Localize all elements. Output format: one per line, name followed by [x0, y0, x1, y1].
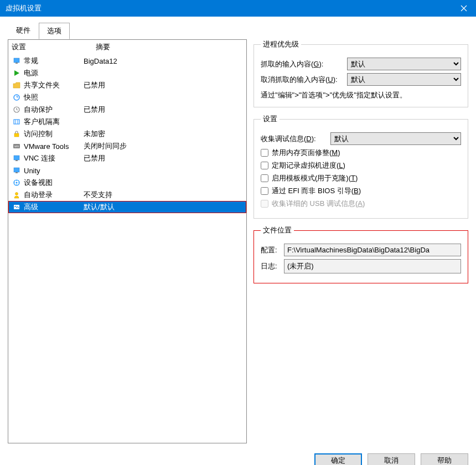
list-row[interactable]: 自动登录不受支持 [8, 189, 246, 201]
row-label: VMware Tools [24, 142, 69, 151]
ok-button[interactable]: 确定 [314, 453, 362, 465]
row-summary: 关闭时间同步 [84, 141, 243, 151]
header-summary: 摘要 [96, 42, 243, 52]
row-label: 自动登录 [24, 190, 53, 200]
header-setting: 设置 [12, 42, 96, 52]
svg-rect-5 [14, 133, 19, 137]
svg-rect-1 [15, 63, 18, 64]
select-grabbed[interactable]: 默认 [347, 58, 461, 70]
list-row[interactable]: 自动保护已禁用 [8, 104, 246, 116]
window-title: 虚拟机设置 [6, 3, 42, 13]
monitor-icon [12, 166, 22, 175]
row-label: 共享文件夹 [24, 80, 60, 90]
select-ungrabbed[interactable]: 默认 [347, 73, 461, 86]
snapshot-icon [12, 93, 22, 102]
monitor-icon [12, 154, 22, 163]
checkbox-usb-debug [261, 200, 268, 208]
isolate-icon [12, 117, 22, 126]
list-row[interactable]: 电源 [8, 67, 246, 79]
tab-options[interactable]: 选项 [39, 23, 70, 39]
row-summary: 默认/默认 [84, 202, 243, 212]
svg-rect-9 [15, 160, 18, 161]
legend-priority: 进程优先级 [261, 39, 301, 49]
priority-note: 通过"编辑">"首选项">"优先级"指定默认设置。 [261, 90, 461, 100]
group-file-location: 文件位置 配置: F:\VirtualMachinesBigData\BigDa… [253, 225, 468, 283]
row-summary: 已禁用 [84, 105, 243, 115]
list-row[interactable]: 高级默认/默认 [8, 201, 246, 213]
row-label: Unity [24, 167, 40, 175]
label-template-mode: 启用模板模式(用于克隆)(T) [272, 173, 358, 183]
label-config: 配置: [261, 245, 281, 255]
label-log-progress: 定期记录虚拟机进度(L) [272, 161, 345, 170]
list-row[interactable]: 快照 [8, 91, 246, 104]
user-icon [12, 190, 22, 199]
field-log-path[interactable]: (未开启) [284, 259, 461, 273]
checkbox-efi-boot[interactable] [261, 187, 268, 195]
folder-icon [12, 81, 22, 90]
adv-icon [12, 203, 22, 211]
group-settings: 设置 收集调试信息(D): 默认 禁用内存页面修整(M) 定期记录虚拟机进度(L… [253, 114, 468, 219]
close-icon [461, 5, 467, 12]
legend-file-location: 文件位置 [261, 225, 294, 235]
list-row[interactable]: VNC 连接已禁用 [8, 152, 246, 164]
play-icon [12, 69, 22, 78]
svg-rect-11 [15, 172, 18, 173]
list-row[interactable]: vmVMware Tools关闭时间同步 [8, 140, 246, 152]
vmw-icon: vm [12, 142, 22, 151]
checkbox-log-progress[interactable] [261, 162, 268, 169]
list-row[interactable]: 客户机隔离 [8, 116, 246, 128]
row-summary: 已禁用 [84, 80, 243, 90]
label-debug: 收集调试信息(D): [261, 134, 327, 144]
cancel-button[interactable]: 取消 [368, 453, 415, 465]
list-header: 设置 摘要 [8, 40, 246, 55]
tab-bar: 硬件 选项 [0, 17, 476, 39]
field-config-path[interactable]: F:\VirtualMachinesBigData\BigData12\BigD… [284, 244, 461, 256]
svg-rect-0 [14, 58, 19, 63]
list-row[interactable]: Unity [8, 164, 246, 177]
tab-hardware[interactable]: 硬件 [8, 22, 39, 39]
label-ungrabbed: 取消抓取的输入内容(U): [261, 75, 344, 85]
close-button[interactable] [451, 0, 476, 17]
svg-point-13 [16, 182, 18, 184]
list-row[interactable]: 共享文件夹已禁用 [8, 79, 246, 91]
row-label: 设备视图 [24, 178, 53, 188]
svg-rect-10 [14, 168, 19, 172]
svg-point-14 [15, 193, 18, 195]
lock-icon [12, 130, 22, 138]
label-log: 日志: [261, 261, 281, 271]
label-mem-trim: 禁用内存页面修整(M) [272, 148, 340, 158]
row-summary: BigData12 [84, 57, 243, 65]
checkbox-template-mode[interactable] [261, 174, 268, 182]
legend-settings: 设置 [261, 114, 280, 124]
row-summary: 不受支持 [84, 190, 243, 200]
group-priority: 进程优先级 抓取的输入内容(G): 默认 取消抓取的输入内容(U): 默认 通过… [253, 39, 468, 107]
list-row[interactable]: 访问控制未加密 [8, 128, 246, 140]
label-efi-boot: 通过 EFI 而非 BIOS 引导(B) [272, 186, 361, 196]
titlebar: 虚拟机设置 [0, 0, 476, 17]
device-icon [12, 178, 22, 187]
row-label: 访问控制 [24, 129, 53, 139]
checkbox-mem-trim[interactable] [261, 149, 268, 157]
svg-text:vm: vm [14, 144, 19, 148]
dialog-buttons: 确定 取消 帮助 [0, 449, 476, 465]
settings-list: 设置 摘要 常规BigData12电源共享文件夹已禁用快照自动保护已禁用客户机隔… [8, 39, 247, 443]
clock-icon [12, 105, 22, 114]
label-usb-debug: 收集详细的 USB 调试信息(A) [272, 199, 365, 209]
row-label: 高级 [24, 202, 38, 212]
svg-rect-4 [14, 120, 19, 124]
select-debug[interactable]: 默认 [330, 132, 461, 145]
list-row[interactable]: 设备视图 [8, 177, 246, 189]
row-label: 快照 [24, 92, 38, 102]
row-summary: 未加密 [84, 129, 243, 139]
svg-rect-8 [14, 156, 19, 160]
row-label: 自动保护 [24, 105, 53, 115]
row-label: 客户机隔离 [24, 117, 60, 127]
help-button[interactable]: 帮助 [421, 453, 468, 465]
row-summary: 已禁用 [84, 153, 243, 163]
row-label: 电源 [24, 68, 38, 78]
monitor-icon [12, 56, 22, 65]
list-row[interactable]: 常规BigData12 [8, 55, 246, 67]
label-grabbed: 抓取的输入内容(G): [261, 59, 344, 69]
row-label: 常规 [24, 56, 38, 66]
row-label: VNC 连接 [24, 153, 55, 163]
